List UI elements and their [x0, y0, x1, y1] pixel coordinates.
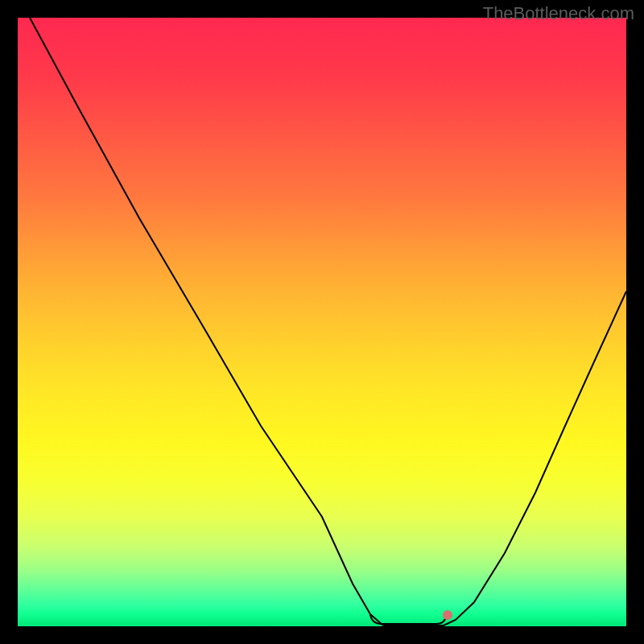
optimal-range-marker	[370, 615, 446, 624]
watermark-text: TheBottleneck.com	[483, 3, 634, 24]
bottleneck-curve	[18, 18, 626, 626]
optimal-end-dot	[443, 610, 452, 620]
curve-path	[30, 18, 626, 625]
chart-plot-area	[18, 18, 626, 626]
